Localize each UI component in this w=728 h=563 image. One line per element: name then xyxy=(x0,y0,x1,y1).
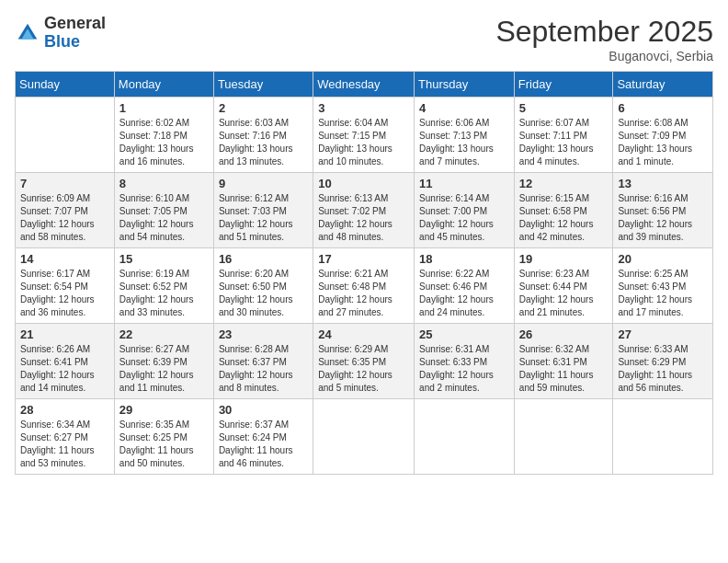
day-info: Sunrise: 6:02 AMSunset: 7:18 PMDaylight:… xyxy=(119,117,209,168)
day-info: Sunrise: 6:29 AMSunset: 6:35 PMDaylight:… xyxy=(318,343,409,395)
calendar-cell: 23Sunrise: 6:28 AMSunset: 6:37 PMDayligh… xyxy=(213,324,313,399)
day-number: 17 xyxy=(318,252,409,266)
day-info: Sunrise: 6:15 AMSunset: 6:58 PMDaylight:… xyxy=(519,192,609,244)
header-wednesday: Wednesday xyxy=(313,72,415,98)
logo-icon xyxy=(15,20,40,46)
day-info: Sunrise: 6:33 AMSunset: 6:29 PMDaylight:… xyxy=(618,343,708,395)
day-number: 21 xyxy=(20,327,109,341)
day-number: 5 xyxy=(519,101,609,115)
day-info: Sunrise: 6:17 AMSunset: 6:54 PMDaylight:… xyxy=(20,268,109,319)
calendar-cell: 12Sunrise: 6:15 AMSunset: 6:58 PMDayligh… xyxy=(514,173,613,248)
day-info: Sunrise: 6:27 AMSunset: 6:39 PMDaylight:… xyxy=(119,343,209,395)
calendar-body: 1Sunrise: 6:02 AMSunset: 7:18 PMDaylight… xyxy=(16,98,713,475)
day-info: Sunrise: 6:28 AMSunset: 6:37 PMDaylight:… xyxy=(219,343,308,395)
day-info: Sunrise: 6:10 AMSunset: 7:05 PMDaylight:… xyxy=(119,192,209,244)
calendar-header: Sunday Monday Tuesday Wednesday Thursday… xyxy=(16,72,713,98)
day-info: Sunrise: 6:34 AMSunset: 6:27 PMDaylight:… xyxy=(20,419,109,470)
calendar-cell: 22Sunrise: 6:27 AMSunset: 6:39 PMDayligh… xyxy=(114,324,213,399)
header-saturday: Saturday xyxy=(613,72,713,98)
calendar-cell: 20Sunrise: 6:25 AMSunset: 6:43 PMDayligh… xyxy=(613,248,713,324)
calendar-cell: 1Sunrise: 6:02 AMSunset: 7:18 PMDaylight… xyxy=(114,98,213,173)
calendar-cell: 8Sunrise: 6:10 AMSunset: 7:05 PMDaylight… xyxy=(114,173,213,248)
day-info: Sunrise: 6:25 AMSunset: 6:43 PMDaylight:… xyxy=(618,268,708,319)
day-number: 28 xyxy=(20,403,109,417)
header-thursday: Thursday xyxy=(415,72,515,98)
day-info: Sunrise: 6:26 AMSunset: 6:41 PMDaylight:… xyxy=(20,343,109,395)
day-info: Sunrise: 6:12 AMSunset: 7:03 PMDaylight:… xyxy=(219,192,308,244)
day-number: 2 xyxy=(219,101,308,115)
day-number: 14 xyxy=(20,252,109,266)
day-info: Sunrise: 6:06 AMSunset: 7:13 PMDaylight:… xyxy=(419,117,509,168)
day-number: 12 xyxy=(519,177,609,190)
calendar-cell: 26Sunrise: 6:32 AMSunset: 6:31 PMDayligh… xyxy=(514,324,613,399)
calendar-cell: 28Sunrise: 6:34 AMSunset: 6:27 PMDayligh… xyxy=(16,399,115,475)
logo-text: General Blue xyxy=(44,15,106,52)
day-number: 3 xyxy=(318,101,409,115)
day-info: Sunrise: 6:09 AMSunset: 7:07 PMDaylight:… xyxy=(20,192,109,244)
calendar-cell xyxy=(313,399,415,475)
calendar-cell: 18Sunrise: 6:22 AMSunset: 6:46 PMDayligh… xyxy=(415,248,515,324)
day-number: 22 xyxy=(119,327,209,341)
calendar-week-4: 28Sunrise: 6:34 AMSunset: 6:27 PMDayligh… xyxy=(16,399,713,475)
calendar-cell: 10Sunrise: 6:13 AMSunset: 7:02 PMDayligh… xyxy=(313,173,415,248)
calendar-week-1: 7Sunrise: 6:09 AMSunset: 7:07 PMDaylight… xyxy=(16,173,713,248)
calendar-cell xyxy=(613,399,713,475)
logo: General Blue xyxy=(15,15,106,52)
calendar-week-3: 21Sunrise: 6:26 AMSunset: 6:41 PMDayligh… xyxy=(16,324,713,399)
day-number: 15 xyxy=(119,252,209,266)
calendar-cell: 3Sunrise: 6:04 AMSunset: 7:15 PMDaylight… xyxy=(313,98,415,173)
calendar-title: September 2025 xyxy=(495,15,713,49)
logo-general: General xyxy=(44,15,106,33)
day-number: 6 xyxy=(618,101,708,115)
day-info: Sunrise: 6:19 AMSunset: 6:52 PMDaylight:… xyxy=(119,268,209,319)
calendar-cell: 16Sunrise: 6:20 AMSunset: 6:50 PMDayligh… xyxy=(213,248,313,324)
day-number: 1 xyxy=(119,101,209,115)
logo-blue: Blue xyxy=(44,33,106,52)
calendar-cell xyxy=(415,399,515,475)
calendar-cell: 2Sunrise: 6:03 AMSunset: 7:16 PMDaylight… xyxy=(213,98,313,173)
calendar-cell: 27Sunrise: 6:33 AMSunset: 6:29 PMDayligh… xyxy=(613,324,713,399)
calendar-cell: 14Sunrise: 6:17 AMSunset: 6:54 PMDayligh… xyxy=(16,248,115,324)
day-info: Sunrise: 6:16 AMSunset: 6:56 PMDaylight:… xyxy=(618,192,708,244)
day-number: 27 xyxy=(618,327,708,341)
day-info: Sunrise: 6:32 AMSunset: 6:31 PMDaylight:… xyxy=(519,343,609,395)
day-number: 8 xyxy=(119,177,209,190)
day-number: 10 xyxy=(318,177,409,190)
day-number: 20 xyxy=(618,252,708,266)
calendar-cell: 6Sunrise: 6:08 AMSunset: 7:09 PMDaylight… xyxy=(613,98,713,173)
calendar-cell: 17Sunrise: 6:21 AMSunset: 6:48 PMDayligh… xyxy=(313,248,415,324)
calendar-cell: 19Sunrise: 6:23 AMSunset: 6:44 PMDayligh… xyxy=(514,248,613,324)
day-number: 4 xyxy=(419,101,509,115)
calendar-cell: 13Sunrise: 6:16 AMSunset: 6:56 PMDayligh… xyxy=(613,173,713,248)
calendar-cell: 21Sunrise: 6:26 AMSunset: 6:41 PMDayligh… xyxy=(16,324,115,399)
day-number: 25 xyxy=(419,327,509,341)
header-monday: Monday xyxy=(114,72,213,98)
day-info: Sunrise: 6:08 AMSunset: 7:09 PMDaylight:… xyxy=(618,117,708,168)
day-number: 7 xyxy=(20,177,109,190)
day-info: Sunrise: 6:14 AMSunset: 7:00 PMDaylight:… xyxy=(419,192,509,244)
day-number: 9 xyxy=(219,177,308,190)
calendar-cell: 7Sunrise: 6:09 AMSunset: 7:07 PMDaylight… xyxy=(16,173,115,248)
day-info: Sunrise: 6:31 AMSunset: 6:33 PMDaylight:… xyxy=(419,343,509,395)
day-number: 29 xyxy=(119,403,209,417)
day-info: Sunrise: 6:04 AMSunset: 7:15 PMDaylight:… xyxy=(318,117,409,168)
day-info: Sunrise: 6:03 AMSunset: 7:16 PMDaylight:… xyxy=(219,117,308,168)
day-info: Sunrise: 6:21 AMSunset: 6:48 PMDaylight:… xyxy=(318,268,409,319)
day-number: 18 xyxy=(419,252,509,266)
calendar-cell xyxy=(16,98,115,173)
day-number: 30 xyxy=(219,403,308,417)
day-info: Sunrise: 6:22 AMSunset: 6:46 PMDaylight:… xyxy=(419,268,509,319)
calendar-cell: 30Sunrise: 6:37 AMSunset: 6:24 PMDayligh… xyxy=(213,399,313,475)
page-header: General Blue September 2025 Buganovci, S… xyxy=(15,15,713,63)
header-tuesday: Tuesday xyxy=(213,72,313,98)
calendar-cell: 24Sunrise: 6:29 AMSunset: 6:35 PMDayligh… xyxy=(313,324,415,399)
title-block: September 2025 Buganovci, Serbia xyxy=(495,15,713,63)
day-number: 26 xyxy=(519,327,609,341)
day-number: 13 xyxy=(618,177,708,190)
calendar-cell: 11Sunrise: 6:14 AMSunset: 7:00 PMDayligh… xyxy=(415,173,515,248)
calendar-week-0: 1Sunrise: 6:02 AMSunset: 7:18 PMDaylight… xyxy=(16,98,713,173)
calendar-cell: 25Sunrise: 6:31 AMSunset: 6:33 PMDayligh… xyxy=(415,324,515,399)
calendar-table: Sunday Monday Tuesday Wednesday Thursday… xyxy=(15,71,713,475)
header-row: Sunday Monday Tuesday Wednesday Thursday… xyxy=(16,72,713,98)
header-friday: Friday xyxy=(514,72,613,98)
